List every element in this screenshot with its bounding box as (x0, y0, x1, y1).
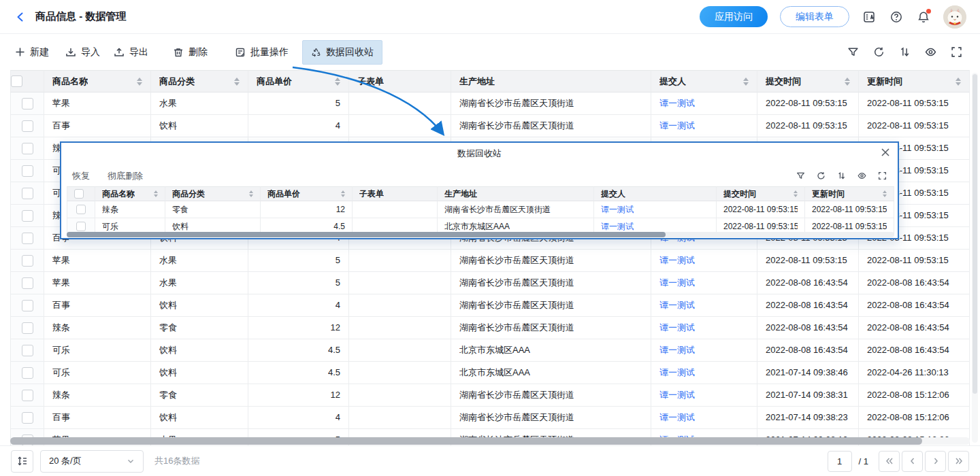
sort-caret-icon[interactable] (148, 190, 158, 197)
new-button[interactable]: 新建 (15, 46, 49, 58)
page-number-input[interactable] (828, 451, 852, 472)
page-size-select[interactable]: 20 条/页 (40, 450, 144, 473)
checkbox[interactable] (22, 210, 33, 222)
checkbox[interactable] (74, 189, 84, 199)
checkbox[interactable] (22, 322, 33, 334)
sort-caret-icon[interactable] (738, 78, 749, 86)
checkbox[interactable] (22, 367, 33, 379)
checkbox[interactable] (22, 233, 33, 244)
cell-category: 零食 (151, 317, 248, 339)
column-header-category[interactable]: 商品分类 (151, 70, 248, 92)
user-avatar[interactable] (943, 5, 966, 29)
cell-submitter[interactable]: 谭一测试 (651, 272, 757, 294)
refresh-icon[interactable] (873, 46, 885, 58)
checkbox[interactable] (22, 188, 33, 199)
checkbox[interactable] (22, 390, 33, 401)
vertical-scrollbar-thumb[interactable] (973, 74, 977, 394)
sort-caret-icon[interactable] (131, 78, 142, 86)
cell-address: 湖南省长沙市岳麓区天顶街道 (451, 294, 651, 317)
modal-horizontal-scrollbar-thumb[interactable] (67, 232, 666, 237)
filter-icon[interactable] (796, 171, 805, 180)
eye-icon[interactable] (925, 46, 936, 58)
column-header-submitted[interactable]: 提交时间 (757, 70, 859, 92)
cell-subform (349, 272, 451, 294)
column-header-updated[interactable]: 更新时间 (859, 70, 970, 92)
sort-caret-icon[interactable] (788, 190, 798, 197)
checkbox[interactable] (22, 98, 33, 109)
horizontal-scrollbar-thumb[interactable] (10, 437, 922, 445)
notification-bell-icon[interactable] (916, 10, 931, 24)
next-page-button[interactable] (925, 451, 946, 472)
checkbox[interactable] (22, 255, 33, 267)
horizontal-scrollbar[interactable] (10, 437, 970, 445)
checkbox[interactable] (22, 300, 33, 311)
filter-icon[interactable] (847, 46, 859, 58)
batch-operation-button[interactable]: 批量操作 (235, 46, 289, 58)
sort-caret-icon[interactable] (336, 190, 345, 197)
cell-subform (349, 250, 451, 272)
fullscreen-icon[interactable] (878, 171, 887, 180)
last-page-button[interactable] (948, 451, 969, 472)
cell-submitter[interactable]: 谭一测试 (651, 384, 757, 407)
checkbox[interactable] (22, 277, 33, 289)
refresh-icon[interactable] (817, 171, 826, 180)
checkbox[interactable] (22, 120, 33, 132)
cell-submitter[interactable]: 谭一测试 (651, 92, 757, 115)
checkbox[interactable] (76, 222, 86, 231)
app-access-button[interactable]: 应用访问 (700, 6, 768, 27)
cell-submitter[interactable]: 谭一测试 (651, 339, 757, 362)
cell-value: 2022-08-11 09:53:15 (812, 201, 887, 218)
column-header-updated[interactable]: 更新时间 (805, 186, 894, 201)
back-button[interactable] (14, 10, 27, 24)
sort-caret-icon[interactable] (950, 78, 961, 86)
sort-icon[interactable] (899, 46, 911, 58)
vertical-scrollbar[interactable] (972, 73, 978, 443)
first-page-button[interactable] (879, 451, 900, 472)
checkbox[interactable] (76, 205, 86, 214)
sort-caret-icon[interactable] (839, 78, 850, 86)
delete-button[interactable]: 删除 (173, 46, 208, 58)
cell-name: 苹果 (44, 250, 151, 272)
column-header-submitter[interactable]: 提交人 (651, 70, 757, 92)
fullscreen-icon[interactable] (951, 46, 962, 58)
cell-updated: 2022-08-08 15:12:06 (859, 407, 970, 429)
column-header-name[interactable]: 商品名称 (95, 186, 165, 201)
restore-button[interactable]: 恢复 (72, 170, 90, 182)
cell-submitter[interactable]: 谭一测试 (594, 201, 717, 218)
column-header-name[interactable]: 商品名称 (44, 70, 151, 92)
recycle-bin-button[interactable]: 数据回收站 (302, 40, 382, 65)
double-chevron-right-icon (954, 456, 964, 466)
cell-submitter[interactable]: 谭一测试 (651, 294, 757, 317)
cell-submitter[interactable]: 谭一测试 (651, 317, 757, 339)
checkbox[interactable] (22, 345, 33, 356)
edit-form-button[interactable]: 编辑表单 (780, 6, 849, 27)
cell-submitter[interactable]: 谭一测试 (651, 115, 757, 137)
checkbox[interactable] (22, 143, 33, 154)
modal-horizontal-scrollbar[interactable] (67, 232, 894, 237)
export-button[interactable]: 导出 (114, 46, 148, 58)
import-button[interactable]: 导入 (65, 46, 100, 58)
eye-icon[interactable] (858, 171, 866, 180)
sort-caret-icon[interactable] (329, 78, 340, 86)
column-header-submitted[interactable]: 提交时间 (717, 186, 805, 201)
checkbox[interactable] (22, 412, 33, 424)
cell-submitter[interactable]: 谭一测试 (651, 250, 757, 272)
cell-submitter[interactable]: 谭一测试 (651, 407, 757, 429)
sort-caret-icon[interactable] (244, 190, 253, 197)
cell-submitted: 2022-08-11 09:53:15 (757, 92, 859, 115)
column-header-category[interactable]: 商品分类 (165, 186, 261, 201)
help-icon[interactable] (889, 10, 904, 24)
column-header-price[interactable]: 商品单价 (248, 70, 349, 92)
form-directory-icon[interactable] (862, 10, 877, 24)
purge-button[interactable]: 彻底删除 (108, 170, 143, 182)
column-header-price[interactable]: 商品单价 (261, 186, 353, 201)
sort-caret-icon[interactable] (877, 190, 887, 197)
sort-icon[interactable] (837, 171, 846, 180)
prev-page-button[interactable] (902, 451, 923, 472)
checkbox[interactable] (22, 165, 33, 177)
checkbox[interactable] (11, 75, 22, 87)
row-height-button[interactable] (11, 450, 33, 473)
sort-caret-icon[interactable] (229, 78, 240, 86)
cell-submitter[interactable]: 谭一测试 (651, 362, 757, 384)
close-icon[interactable] (880, 147, 891, 158)
